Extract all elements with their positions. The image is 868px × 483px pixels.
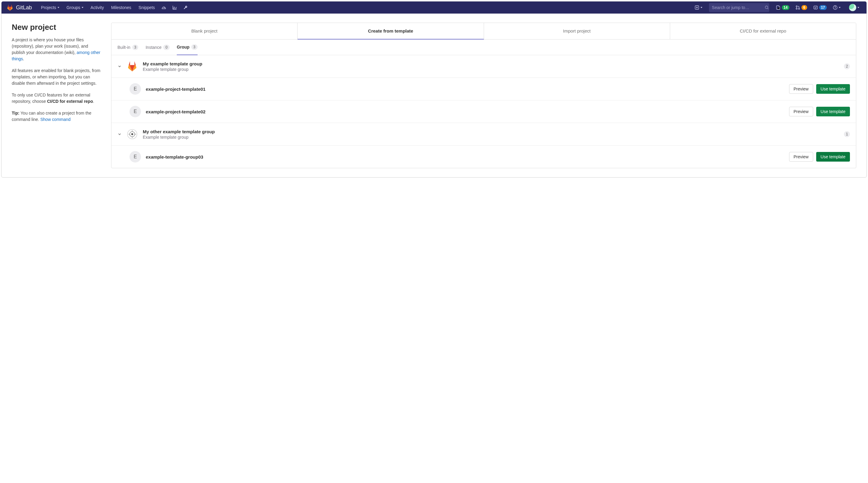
show-command-link[interactable]: Show command bbox=[40, 117, 70, 122]
collapse-toggle[interactable] bbox=[118, 132, 122, 136]
new-project-card: Blank project Create from template Impor… bbox=[111, 23, 856, 168]
group-template-count: 1 bbox=[844, 131, 850, 137]
nav-activity-label: Activity bbox=[91, 5, 104, 10]
intro-p2: All features are enabled for blank proje… bbox=[12, 67, 101, 87]
tab-cicd-external[interactable]: CI/CD for external repo bbox=[670, 23, 856, 39]
tab-create-from-template[interactable]: Create from template bbox=[298, 23, 484, 39]
merge-count: 6 bbox=[801, 5, 807, 10]
chevron-down-icon bbox=[839, 7, 841, 8]
group-desc: Example template group bbox=[143, 135, 215, 140]
nav-projects-label: Projects bbox=[41, 5, 56, 10]
new-dropdown[interactable] bbox=[692, 5, 705, 10]
todos-count: 17 bbox=[819, 5, 827, 10]
project-type-tabs: Blank project Create from template Impor… bbox=[112, 23, 856, 39]
preview-button[interactable]: Preview bbox=[789, 107, 813, 116]
search-icon bbox=[765, 5, 769, 10]
nav-snippets[interactable]: Snippets bbox=[135, 5, 158, 10]
help-dropdown[interactable] bbox=[830, 5, 843, 10]
intro-p4: Tip: You can also create a project from … bbox=[12, 110, 101, 123]
group-name: My other example template group bbox=[143, 129, 215, 134]
global-search[interactable] bbox=[709, 3, 769, 12]
brand[interactable]: GitLab bbox=[6, 4, 32, 11]
template-avatar: E bbox=[129, 151, 141, 163]
subtab-group[interactable]: Group 3 bbox=[177, 39, 197, 55]
preview-button[interactable]: Preview bbox=[789, 84, 813, 94]
template-avatar: E bbox=[129, 106, 141, 117]
chevron-down-icon bbox=[82, 7, 84, 8]
subtab-group-count: 3 bbox=[191, 44, 197, 50]
subtab-group-label: Group bbox=[177, 45, 189, 50]
use-template-button[interactable]: Use template bbox=[816, 152, 850, 162]
group-desc: Example template group bbox=[143, 67, 203, 72]
template-group-row: My other example template group Example … bbox=[112, 123, 856, 146]
intro-panel: New project A project is where you house… bbox=[12, 23, 101, 128]
template-row: E example-project-template02 Preview Use… bbox=[112, 101, 856, 123]
collapse-toggle[interactable] bbox=[118, 64, 122, 68]
merge-requests-counter[interactable]: 6 bbox=[793, 5, 810, 10]
admin-wrench-icon[interactable] bbox=[181, 5, 190, 10]
intro-p3: To only use CI/CD features for an extern… bbox=[12, 92, 101, 105]
group-name: My example template group bbox=[143, 61, 203, 66]
chevron-down-icon bbox=[701, 7, 702, 8]
tab-blank-project[interactable]: Blank project bbox=[112, 23, 298, 39]
nav-projects[interactable]: Projects bbox=[38, 5, 62, 10]
subtab-builtin-label: Built-in bbox=[118, 45, 130, 50]
svg-point-10 bbox=[131, 133, 133, 135]
issues-counter[interactable]: 14 bbox=[773, 5, 792, 10]
nav-groups[interactable]: Groups bbox=[64, 5, 87, 10]
user-menu[interactable] bbox=[844, 4, 862, 11]
user-avatar bbox=[849, 4, 856, 11]
template-row: E example-project-template01 Preview Use… bbox=[112, 78, 856, 101]
group-avatar-gitlab-icon bbox=[126, 61, 138, 72]
analytics-icon[interactable] bbox=[170, 5, 180, 10]
template-name: example-template-group03 bbox=[146, 154, 203, 160]
group-template-count: 2 bbox=[844, 63, 850, 69]
svg-point-1 bbox=[765, 6, 768, 9]
svg-point-5 bbox=[799, 8, 800, 9]
subtab-instance-count: 0 bbox=[163, 45, 169, 50]
preview-button[interactable]: Preview bbox=[789, 152, 813, 162]
todos-counter[interactable]: 17 bbox=[811, 5, 829, 10]
template-source-tabs: Built-in 3 Instance 0 Group 3 bbox=[112, 39, 856, 55]
template-name: example-project-template01 bbox=[146, 87, 206, 92]
subtab-instance[interactable]: Instance 0 bbox=[146, 39, 169, 55]
use-template-button[interactable]: Use template bbox=[816, 107, 850, 116]
nav-snippets-label: Snippets bbox=[138, 5, 155, 10]
gauge-icon[interactable] bbox=[159, 5, 169, 10]
brand-name: GitLab bbox=[16, 4, 32, 11]
nav-milestones[interactable]: Milestones bbox=[108, 5, 134, 10]
template-group-row: My example template group Example templa… bbox=[112, 55, 856, 78]
template-avatar: E bbox=[129, 83, 141, 95]
page-title: New project bbox=[12, 23, 101, 32]
svg-point-4 bbox=[796, 8, 797, 9]
chevron-down-icon bbox=[858, 7, 859, 8]
issues-count: 14 bbox=[782, 5, 789, 10]
nav-groups-label: Groups bbox=[67, 5, 81, 10]
group-avatar-custom-icon bbox=[126, 129, 138, 140]
template-name: example-project-template02 bbox=[146, 109, 206, 114]
gitlab-logo-icon bbox=[6, 4, 13, 11]
search-input[interactable] bbox=[712, 5, 765, 10]
nav-milestones-label: Milestones bbox=[111, 5, 131, 10]
svg-point-3 bbox=[796, 6, 797, 7]
template-row: E example-template-group03 Preview Use t… bbox=[112, 146, 856, 168]
intro-p1: A project is where you house your files … bbox=[12, 37, 101, 62]
chevron-down-icon bbox=[58, 7, 59, 8]
subtab-builtin[interactable]: Built-in 3 bbox=[118, 39, 138, 55]
use-template-button[interactable]: Use template bbox=[816, 84, 850, 94]
subtab-instance-label: Instance bbox=[146, 45, 161, 50]
subtab-builtin-count: 3 bbox=[132, 45, 138, 50]
nav-activity[interactable]: Activity bbox=[88, 5, 107, 10]
top-navbar: GitLab Projects Groups Activity Mileston… bbox=[1, 1, 867, 13]
tab-import-project[interactable]: Import project bbox=[484, 23, 670, 39]
